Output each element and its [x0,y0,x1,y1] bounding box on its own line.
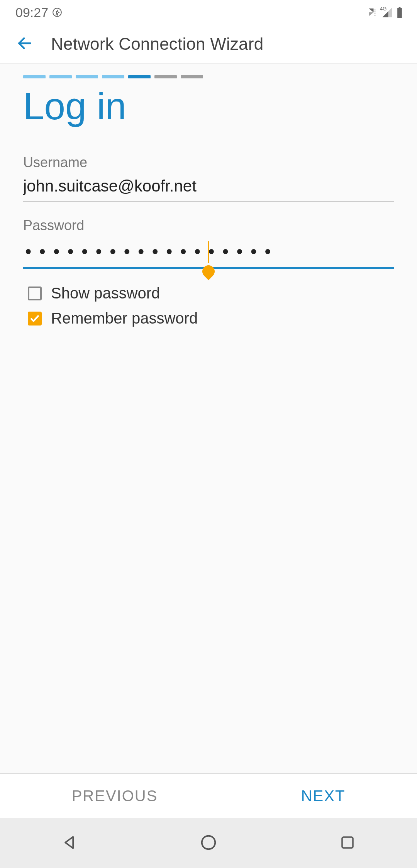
svg-rect-2 [399,7,401,8]
svg-rect-3 [397,8,402,18]
show-password-row[interactable]: Show password [23,285,394,302]
circle-home-icon [200,834,217,853]
svg-point-5 [202,836,215,849]
nav-home-button[interactable] [170,818,247,868]
progress-segment-active [128,75,151,78]
wizard-heading: Log in [23,85,394,128]
system-navbar [0,818,417,868]
app-bar: Network Connection Wizard [0,25,417,63]
svg-point-1 [57,10,58,11]
text-cursor [208,241,209,263]
running-man-icon [52,7,62,17]
page-title: Network Connection Wizard [51,34,263,54]
signal-4g-icon: 4G [381,7,393,18]
svg-rect-6 [342,837,353,848]
square-recent-icon [339,834,356,852]
battery-icon [396,7,403,18]
progress-segment [76,75,98,78]
password-input-wrap[interactable]: •••••••••••••••••• [23,234,394,269]
progress-segment [49,75,72,78]
progress-segment [154,75,177,78]
status-right: 4G [367,7,403,18]
status-bar: 09:27 4G [0,0,417,25]
remember-password-row[interactable]: Remember password [23,310,394,327]
remember-password-checkbox[interactable] [28,312,42,326]
vibrate-mute-icon [367,7,378,18]
triangle-back-icon [61,834,78,852]
back-button[interactable] [12,32,37,56]
nav-back-button[interactable] [31,818,108,868]
wizard-progress [23,75,394,78]
progress-segment [102,75,124,78]
show-password-label: Show password [51,285,160,302]
show-password-checkbox[interactable] [28,287,42,300]
previous-button[interactable]: PREVIOUS [49,780,181,812]
remember-password-label: Remember password [51,310,198,327]
username-input[interactable] [23,171,394,202]
progress-segment [181,75,203,78]
wizard-footer: PREVIOUS NEXT [0,773,417,818]
password-label: Password [23,217,394,234]
wizard-content: Log in Username Password •••••••••••••••… [0,63,417,773]
nav-recent-button[interactable] [309,818,386,868]
status-time: 09:27 [15,5,48,20]
status-left: 09:27 [15,5,62,20]
arrow-left-icon [16,35,33,53]
progress-segment [23,75,46,78]
next-button[interactable]: NEXT [278,780,369,812]
username-label: Username [23,154,394,171]
svg-point-0 [53,8,61,17]
checkmark-icon [30,314,40,324]
